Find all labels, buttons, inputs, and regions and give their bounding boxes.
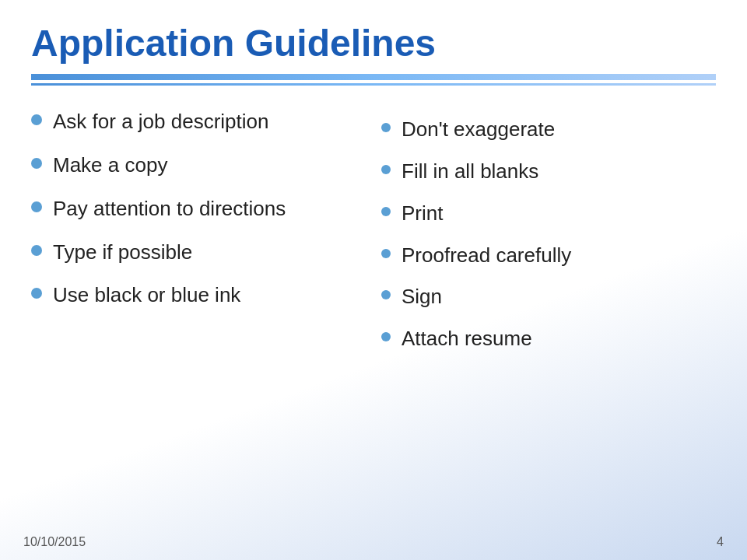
right-bullet-item: Don't exaggerate <box>381 117 716 143</box>
bullet-dot-icon <box>381 290 391 299</box>
left-bullet-item: Type if possible <box>31 240 366 266</box>
slide-title: Application Guidelines <box>31 22 716 65</box>
bullet-text: Proofread carefully <box>402 243 571 269</box>
content-area: Ask for a job descriptionMake a copyPay … <box>0 86 747 560</box>
left-bullet-item: Ask for a job description <box>31 109 366 135</box>
left-bullet-item: Pay attention to directions <box>31 196 366 222</box>
right-column: Don't exaggerateFill in all blanksPrintP… <box>381 109 716 537</box>
left-bullet-item: Make a copy <box>31 152 366 179</box>
bullet-text: Ask for a job description <box>53 109 268 135</box>
slide: Application Guidelines Ask for a job des… <box>0 0 747 560</box>
left-bullet-list: Ask for a job descriptionMake a copyPay … <box>31 109 366 326</box>
right-bullet-item: Print <box>381 201 716 227</box>
bullet-dot-icon <box>381 249 391 258</box>
bullet-text: Fill in all blanks <box>402 159 538 185</box>
right-bullet-item: Sign <box>381 284 716 310</box>
bullet-text: Type if possible <box>53 240 192 266</box>
header-area: Application Guidelines <box>0 0 747 86</box>
bullet-dot-icon <box>31 114 42 125</box>
bullet-dot-icon <box>31 158 42 169</box>
bullet-text: Sign <box>402 284 442 310</box>
bullet-dot-icon <box>381 332 391 341</box>
blue-bar <box>31 74 716 80</box>
left-column: Ask for a job descriptionMake a copyPay … <box>31 109 366 537</box>
bullet-dot-icon <box>381 165 391 174</box>
right-bullet-item: Fill in all blanks <box>381 159 716 185</box>
bullet-text: Make a copy <box>53 152 167 179</box>
bullet-text: Don't exaggerate <box>402 117 555 143</box>
bullet-text: Print <box>402 201 443 227</box>
right-bullet-item: Proofread carefully <box>381 243 716 269</box>
bullet-text: Use black or blue ink <box>53 282 240 309</box>
slide-number: 4 <box>717 535 724 549</box>
bullet-text: Attach resume <box>402 326 532 352</box>
footer-date: 10/10/2015 <box>23 535 86 549</box>
right-bullet-item: Attach resume <box>381 326 716 352</box>
bullet-dot-icon <box>381 207 391 216</box>
bullet-dot-icon <box>31 201 42 212</box>
bullet-dot-icon <box>31 245 42 256</box>
left-bullet-item: Use black or blue ink <box>31 282 366 309</box>
bullet-dot-icon <box>31 288 42 299</box>
bullet-text: Pay attention to directions <box>53 196 286 222</box>
bullet-dot-icon <box>381 123 391 132</box>
right-bullet-list: Don't exaggerateFill in all blanksPrintP… <box>381 117 716 368</box>
